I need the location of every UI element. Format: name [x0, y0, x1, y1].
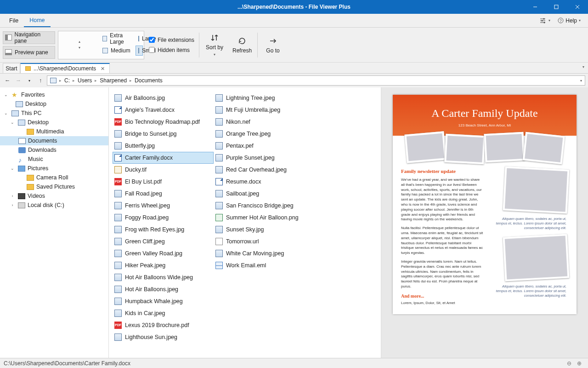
tree-camera-roll[interactable]: Camera Roll — [0, 173, 108, 182]
photo-thumb — [503, 234, 570, 281]
svg-point-9 — [544, 22, 545, 23]
file-name: Ferris Wheel.jpeg — [125, 202, 170, 209]
view-extra-large[interactable]: Extra Large — [100, 34, 136, 44]
zoom-out[interactable]: ⊖ — [564, 360, 574, 367]
view-small[interactable]: Small — [136, 46, 143, 56]
view-medium[interactable]: Medium — [100, 46, 136, 56]
go-to-button[interactable]: Go to — [260, 31, 285, 59]
file-item[interactable]: Air Balloons.jpg — [113, 92, 214, 104]
file-item[interactable]: Angie's Travel.docx — [113, 104, 214, 116]
tree-multimedia[interactable]: Multimedia — [0, 127, 108, 136]
file-item[interactable]: Ferris Wheel.jpeg — [113, 200, 214, 212]
file-item[interactable]: PDFLexus 2019 Brochure.pdf — [113, 319, 214, 331]
bc-c[interactable]: C: — [62, 77, 72, 84]
tree-downloads[interactable]: Downloads — [0, 145, 108, 155]
help-button[interactable]: ? Help ▾ — [554, 17, 584, 24]
file-item[interactable]: Hiker Peak.jpeg — [113, 259, 214, 271]
file-item[interactable]: Frog with Red Eyes.jpg — [113, 224, 214, 236]
tree-pictures[interactable]: ⌄Pictures — [0, 164, 108, 173]
breadcrumb-dropdown[interactable]: ▾ — [580, 79, 584, 83]
file-item[interactable]: San Francisco Bridge.jpeg — [214, 200, 315, 212]
tree-videos[interactable]: ›Videos — [0, 191, 108, 201]
back-button[interactable]: ← — [3, 76, 12, 85]
doc-caption: Aliquam quam libero, sodales ac, porta u… — [490, 284, 568, 298]
tree-music[interactable]: ♪Music — [0, 155, 108, 164]
tree-favorites[interactable]: ⌄★Favorites — [0, 90, 108, 99]
file-name: Lighthouse Sun.jpeg — [125, 334, 177, 340]
tree-this-pc[interactable]: ⌄This PC — [0, 109, 108, 118]
menu-home[interactable]: Home — [24, 14, 50, 27]
hidden-items-checkbox[interactable]: Hidden items — [149, 47, 194, 53]
preview-pane-toggle[interactable]: Preview pane — [3, 46, 55, 59]
tree-local-disk[interactable]: ›Local disk (C:) — [0, 201, 108, 210]
file-item[interactable]: Sunset Sky.jpg — [214, 224, 315, 236]
file-item[interactable]: Carter Family.docx — [113, 152, 214, 164]
file-name: El Buy List.pdf — [125, 178, 162, 185]
navigation-pane-toggle[interactable]: Navigation pane — [3, 31, 55, 44]
view-large[interactable]: Large — [136, 34, 143, 44]
help-label: Help — [565, 17, 577, 24]
file-item[interactable]: Lighthouse Sun.jpeg — [113, 331, 214, 343]
file-item[interactable]: Kids in Car.jpeg — [113, 307, 214, 319]
file-item[interactable]: Orange Tree.jpeg — [214, 128, 315, 140]
zoom-in[interactable]: ⊕ — [574, 360, 584, 367]
tabs-overflow[interactable]: ▾ — [582, 65, 584, 69]
img-file-icon — [215, 226, 223, 233]
bc-users[interactable]: Users — [76, 77, 94, 84]
tree-desktop[interactable]: ⌄Desktop — [0, 118, 108, 127]
file-item[interactable]: Pentax.pef — [214, 140, 315, 152]
file-item[interactable]: Green Valley Road.jpg — [113, 247, 214, 259]
img-file-icon — [114, 298, 122, 305]
file-item[interactable]: Hot Air Balloons Wide.jpeg — [113, 271, 214, 283]
file-item[interactable]: Foggy Road.jpeg — [113, 212, 214, 224]
file-item[interactable]: Resume.docx — [214, 176, 315, 188]
tab-current[interactable]: ...\Sharpened\Documents ✕ — [20, 63, 110, 73]
file-item[interactable]: Humpback Whale.jpeg — [113, 295, 214, 307]
sort-by-button[interactable]: Sort by▾ — [202, 31, 227, 59]
breadcrumb-bar[interactable]: ▸ C:▸ Users▸ Sharpened▸ Documents ▾ — [47, 75, 585, 86]
file-item[interactable]: Nikon.nef — [214, 116, 315, 128]
png-file-icon — [215, 214, 223, 221]
history-dropdown[interactable]: ▾ — [25, 76, 34, 85]
file-item[interactable]: PDFEl Buy List.pdf — [113, 176, 214, 188]
file-item[interactable]: Work Email.eml — [214, 259, 315, 271]
file-item[interactable]: White Car Moving.jpeg — [214, 247, 315, 259]
window-minimize[interactable] — [525, 0, 546, 14]
forward-button[interactable]: → — [14, 76, 23, 85]
tab-close[interactable]: ✕ — [99, 66, 105, 72]
doc-title: A Carter Family Update — [397, 106, 572, 121]
tree-fav-desktop[interactable]: Desktop — [0, 99, 108, 109]
file-item[interactable]: Red Car Overhead.jpeg — [214, 164, 315, 176]
window-maximize[interactable] — [546, 0, 567, 14]
refresh-button[interactable]: Refresh — [230, 31, 254, 59]
up-button[interactable]: ↑ — [36, 76, 45, 85]
file-item[interactable]: Lightning Tree.jpeg — [214, 92, 315, 104]
file-name: Angie's Travel.docx — [125, 107, 175, 113]
file-item[interactable]: Ducky.tif — [113, 164, 214, 176]
settings-dropdown[interactable]: ▾ — [537, 18, 554, 23]
window-close[interactable] — [567, 0, 588, 14]
file-item[interactable]: Fall Road.jpeg — [113, 188, 214, 200]
bc-documents[interactable]: Documents — [133, 77, 164, 84]
bc-sharpened[interactable]: Sharpened — [98, 77, 129, 84]
file-item[interactable]: Butterfly.jpg — [113, 140, 214, 152]
view-scroll[interactable]: ▴▾ — [59, 39, 100, 51]
doc-file-icon — [215, 178, 223, 185]
tree-documents[interactable]: Documents — [0, 136, 108, 145]
tree-saved-pictures[interactable]: Saved Pictures — [0, 182, 108, 191]
file-item[interactable]: PDFBio Technology Roadmap.pdf — [113, 116, 214, 128]
file-item[interactable]: Mt Fuji Umbrella.jpeg — [214, 104, 315, 116]
menu-file[interactable]: File — [4, 14, 24, 27]
file-item[interactable]: Summer Hot Air Balloon.png — [214, 212, 315, 224]
doc-caption: Aliquam quam libero, sodales ac, porta u… — [490, 217, 568, 230]
file-item[interactable]: Sailboat.jpeg — [214, 188, 315, 200]
file-item[interactable]: Purple Sunset.jpeg — [214, 152, 315, 164]
img-file-icon — [114, 202, 122, 209]
file-item[interactable]: Green Cliff.jpeg — [113, 236, 214, 247]
file-item[interactable]: Hot Air Balloons.jpeg — [113, 283, 214, 295]
file-item[interactable]: Tomorrow.url — [214, 236, 315, 247]
tab-start[interactable]: Start — [3, 63, 20, 73]
pdf-file-icon: PDF — [114, 118, 122, 126]
file-extensions-checkbox[interactable]: File extensions — [149, 37, 194, 43]
file-item[interactable]: Bridge to Sunset.jpg — [113, 128, 214, 140]
